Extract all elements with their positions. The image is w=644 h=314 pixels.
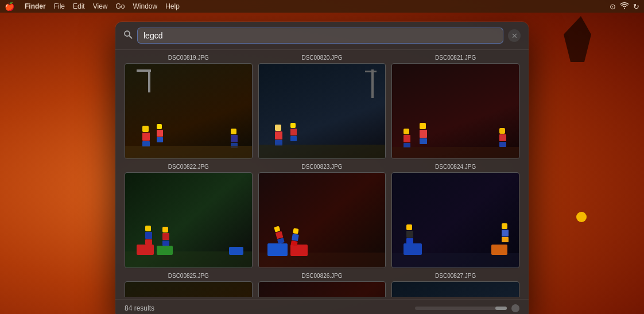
grid-row-3: DSC00825.JPG: [125, 273, 519, 297]
menu-window[interactable]: Window: [133, 2, 158, 10]
thumbnail-7: [125, 281, 253, 297]
thumbnail-8: [258, 281, 386, 297]
menu-finder[interactable]: Finder: [25, 2, 46, 10]
menu-view[interactable]: View: [93, 2, 108, 10]
menu-file[interactable]: File: [54, 2, 65, 10]
filename-3: DSC00821.JPG: [435, 55, 476, 61]
result-item-5[interactable]: DSC00823.JPG: [258, 164, 386, 268]
svg-line-1: [129, 36, 132, 38]
result-item-9[interactable]: DSC00827.JPG: [391, 273, 519, 297]
filename-5: DSC00823.JPG: [301, 164, 342, 170]
thumbnail-3: [391, 63, 519, 159]
search-input[interactable]: [137, 28, 503, 44]
menubar-wifi-icon[interactable]: [620, 2, 629, 11]
thumbnail-5: [258, 172, 386, 268]
grid-row-2: DSC00822.JPG: [125, 164, 519, 268]
result-item-3[interactable]: DSC00821.JPG: [391, 55, 519, 159]
menubar: 🍎 Finder File Edit View Go Window Help ⊙…: [0, 0, 644, 13]
thumbnail-1: [125, 63, 253, 159]
filename-4: DSC00822.JPG: [168, 164, 209, 170]
search-bar: ✕: [115, 22, 529, 50]
filename-9: DSC00827.JPG: [435, 273, 476, 279]
results-count: 84 results: [125, 304, 154, 312]
filename-7: DSC00825.JPG: [168, 273, 209, 279]
horizontal-scrollbar[interactable]: [415, 304, 519, 312]
thumbnail-4: [125, 172, 253, 268]
search-close-button[interactable]: ✕: [508, 29, 521, 42]
menubar-spotlight-icon[interactable]: ⊙: [610, 2, 616, 11]
result-item-4[interactable]: DSC00822.JPG: [125, 164, 253, 268]
scrollbar-track[interactable]: [415, 307, 507, 310]
filename-8: DSC00826.JPG: [301, 273, 342, 279]
thumbnail-2: [258, 63, 386, 159]
menubar-right: ⊙ ↻: [610, 2, 639, 11]
search-icon: [123, 30, 133, 41]
results-status-bar: 84 results: [115, 299, 529, 312]
results-grid: DSC00819.JPG: [115, 50, 529, 297]
apple-menu[interactable]: 🍎: [5, 2, 14, 11]
filename-2: DSC00820.JPG: [301, 55, 342, 61]
menu-edit[interactable]: Edit: [73, 2, 85, 10]
menu-go[interactable]: Go: [116, 2, 125, 10]
thumbnail-9: [391, 281, 519, 297]
result-item-8[interactable]: DSC00826.JPG: [258, 273, 386, 297]
search-panel: ✕ DSC00819.JPG: [115, 22, 529, 314]
scrollbar-end-button[interactable]: [511, 304, 519, 312]
result-item-2[interactable]: DSC00820.JPG: [258, 55, 386, 159]
result-item-7[interactable]: DSC00825.JPG: [125, 273, 253, 297]
menubar-update-icon[interactable]: ↻: [633, 2, 639, 11]
decoration-dot: [576, 212, 587, 222]
menu-help[interactable]: Help: [165, 2, 180, 10]
result-item-6[interactable]: DSC00824.JPG: [391, 164, 519, 268]
thumbnail-6: [391, 172, 519, 268]
filename-1: DSC00819.JPG: [168, 55, 209, 61]
scrollbar-thumb[interactable]: [495, 307, 507, 310]
close-icon: ✕: [511, 32, 518, 40]
result-item-1[interactable]: DSC00819.JPG: [125, 55, 253, 159]
grid-row-1: DSC00819.JPG: [125, 55, 519, 159]
filename-6: DSC00824.JPG: [435, 164, 476, 170]
